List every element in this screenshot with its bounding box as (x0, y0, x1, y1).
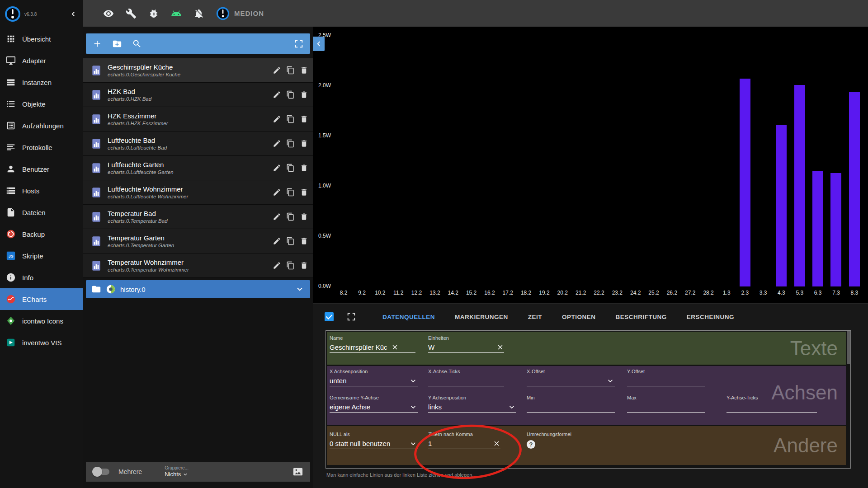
delete-icon[interactable] (300, 188, 308, 197)
edit-icon[interactable] (273, 237, 281, 245)
copy-icon[interactable] (286, 90, 295, 99)
expand-panel-icon[interactable] (294, 39, 304, 49)
bug-icon[interactable] (148, 8, 159, 19)
screenshot-icon[interactable] (293, 467, 303, 477)
clear-icon[interactable] (493, 440, 500, 447)
copy-icon[interactable] (286, 139, 295, 148)
x-tick-label: 10.2 (375, 290, 385, 296)
clear-icon[interactable] (391, 343, 399, 351)
android-icon[interactable] (171, 8, 182, 19)
x-axis-ticks-input[interactable] (428, 375, 504, 386)
settings-tab[interactable]: ERSCHEINUNG (687, 314, 734, 320)
folder-row-history[interactable]: history.0 (86, 280, 310, 298)
preset-row[interactable]: Luftfeuchte Garten echarts.0.Luftfeuchte… (83, 156, 313, 180)
copy-icon[interactable] (286, 261, 295, 270)
common-y-axis-select[interactable]: eigene Achse (330, 402, 418, 413)
unit-field: Einheiten W (428, 335, 504, 353)
settings-tab[interactable]: DATENQUELLEN (382, 314, 435, 320)
sidebar-item[interactable]: Adapter (0, 50, 83, 71)
preset-row[interactable]: Temperatur Bad echarts.0.Temperatur Bad (83, 205, 313, 229)
settings-tab[interactable]: ZEIT (528, 314, 542, 320)
delete-icon[interactable] (300, 237, 308, 245)
help-icon[interactable]: ? (527, 440, 535, 449)
settings-tab[interactable]: BESCHRIFTUNG (616, 314, 667, 320)
delete-icon[interactable] (300, 139, 308, 148)
delete-icon[interactable] (300, 66, 308, 75)
fullscreen-icon[interactable] (346, 312, 356, 322)
bell-off-icon[interactable] (193, 8, 204, 19)
sidebar-item[interactable]: Aufzählungen (0, 115, 83, 136)
sidebar-item[interactable]: inventwo VIS (0, 332, 83, 353)
preset-row[interactable]: HZK Bad echarts.0.HZK Bad (83, 83, 313, 107)
add-preset-icon[interactable] (92, 39, 102, 49)
edit-icon[interactable] (273, 188, 281, 197)
edit-icon[interactable] (273, 115, 281, 123)
preset-row[interactable]: Temperatur Garten echarts.0.Temperatur G… (83, 229, 313, 253)
sidebar-collapse-icon[interactable] (69, 9, 78, 19)
copy-icon[interactable] (286, 237, 295, 245)
multiple-toggle[interactable] (93, 469, 109, 475)
x-axis-position-select[interactable]: unten (330, 375, 418, 386)
sidebar-item[interactable]: Skripte (0, 245, 83, 267)
copy-icon[interactable] (286, 188, 295, 197)
edit-icon[interactable] (273, 66, 281, 75)
max-input[interactable] (627, 402, 705, 413)
copy-icon[interactable] (286, 164, 295, 172)
null-as-select[interactable]: 0 statt null benutzen (330, 438, 418, 449)
y-axis-position-select[interactable]: links (428, 402, 516, 413)
edit-icon[interactable] (273, 139, 281, 148)
sidebar-item[interactable]: Protokolle (0, 136, 83, 158)
sidebar-item[interactable]: Benutzer (0, 158, 83, 180)
sidebar-item[interactable]: Objekte (0, 93, 83, 115)
unit-input[interactable]: W (428, 342, 504, 353)
sidebar-item[interactable]: ECharts (0, 288, 83, 310)
digits-input[interactable]: 1 (428, 438, 500, 449)
copy-icon[interactable] (286, 66, 295, 75)
preset-row[interactable]: Luftfeuchte Wohnzimmer echarts.0.Luftfeu… (83, 180, 313, 205)
copy-icon[interactable] (286, 115, 295, 123)
scrollbar-thumb[interactable] (847, 331, 850, 364)
preset-row[interactable]: Geschirrspüler Küche echarts.0.Geschirrs… (83, 58, 313, 83)
add-folder-icon[interactable] (112, 39, 122, 49)
delete-icon[interactable] (300, 90, 308, 99)
y-axis-ticks-input[interactable] (726, 402, 817, 413)
sidebar-item[interactable]: Hosts (0, 180, 83, 202)
chevron-down-icon[interactable] (295, 284, 305, 294)
wrench-icon[interactable] (126, 8, 137, 19)
max-field: Max (627, 395, 705, 413)
preset-actions (273, 90, 308, 99)
min-input[interactable] (527, 402, 615, 413)
preset-actions (273, 115, 308, 123)
edit-icon[interactable] (273, 90, 281, 99)
enabled-checkbox[interactable] (325, 312, 334, 321)
group-select[interactable]: Gruppiere... Nichts (165, 465, 189, 478)
collapse-list-button[interactable] (313, 37, 325, 51)
delete-icon[interactable] (300, 164, 308, 172)
preset-row[interactable]: HZK Esszimmer echarts.0.HZK Esszimmer (83, 107, 313, 131)
edit-icon[interactable] (273, 261, 281, 270)
search-icon[interactable] (132, 39, 142, 49)
delete-icon[interactable] (300, 212, 308, 221)
preset-row[interactable]: Temperatur Wohnzimmer echarts.0.Temperat… (83, 253, 313, 278)
y-offset-input[interactable] (627, 375, 705, 386)
preset-row[interactable]: Luftfeuchte Bad echarts.0.Luftfeuchte Ba… (83, 131, 313, 156)
edit-icon[interactable] (273, 212, 281, 221)
sidebar-item[interactable]: icontwo Icons (0, 310, 83, 332)
x-offset-select[interactable] (527, 375, 615, 386)
sidebar-item[interactable]: Info (0, 267, 83, 288)
name-input[interactable]: Geschirrspüler Küc (330, 342, 415, 353)
clear-icon[interactable] (496, 343, 504, 351)
copy-icon[interactable] (286, 212, 295, 221)
delete-icon[interactable] (300, 261, 308, 270)
select-value: links (428, 403, 442, 411)
settings-tab[interactable]: MARKIERUNGEN (455, 314, 508, 320)
edit-icon[interactable] (273, 164, 281, 172)
sidebar-item[interactable]: Übersicht (0, 28, 83, 50)
eye-icon[interactable] (103, 8, 114, 19)
sidebar-item[interactable]: Backup (0, 223, 83, 245)
sidebar-item-label: Skripte (22, 252, 43, 260)
delete-icon[interactable] (300, 115, 308, 123)
sidebar-item[interactable]: Dateien (0, 202, 83, 223)
settings-tab[interactable]: OPTIONEN (562, 314, 596, 320)
sidebar-item[interactable]: Instanzen (0, 71, 83, 93)
